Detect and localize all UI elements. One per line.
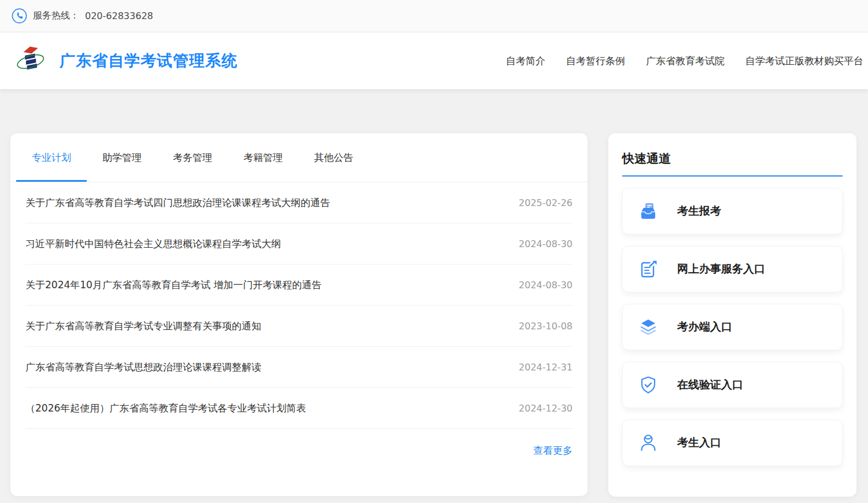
announcement-row: 广东省高等教育自学考试思想政治理论课课程调整解读 2024-12-31 xyxy=(25,347,572,388)
announcement-link[interactable]: 关于2024年10月广东省高等教育自学考试 增加一门开考课程的通告 xyxy=(25,278,322,292)
layers-icon xyxy=(639,318,658,336)
quick-link-candidate-registration[interactable]: 考生报考 xyxy=(622,188,843,234)
hotline-number: 020-62833628 xyxy=(85,10,153,21)
quick-link-candidate-portal[interactable]: 考生入口 xyxy=(622,420,843,466)
announcement-list: 关于广东省高等教育自学考试四门思想政治理论课课程考试大纲的通告 2025-02-… xyxy=(10,182,588,429)
view-more-link[interactable]: 查看更多 xyxy=(533,444,572,457)
nav-link-textbook-platform[interactable]: 自学考试正版教材购买平台 xyxy=(745,54,863,68)
announcement-link[interactable]: 关于广东省高等教育自学考试专业调整有关事项的通知 xyxy=(25,320,261,333)
inbox-icon xyxy=(639,202,658,221)
announcement-link[interactable]: 关于广东省高等教育自学考试四门思想政治理论课课程考试大纲的通告 xyxy=(25,196,330,210)
announcement-link[interactable]: 习近平新时代中国特色社会主义思想概论课程自学考试大纲 xyxy=(25,237,281,251)
hotline-label: 服务热线： xyxy=(33,10,79,22)
document-edit-icon xyxy=(639,260,658,278)
quick-link-label: 考生入口 xyxy=(677,435,721,450)
tab-exam-affairs[interactable]: 考务管理 xyxy=(157,133,228,182)
user-icon xyxy=(639,434,658,452)
announcement-date: 2025-02-26 xyxy=(519,197,572,208)
quick-link-online-services[interactable]: 网上办事服务入口 xyxy=(622,246,843,292)
announcement-row: （2026年起使用）广东省高等教育自学考试各专业考试计划简表 2024-12-3… xyxy=(25,388,572,429)
quick-link-label: 在线验证入口 xyxy=(677,377,743,392)
site-title: 广东省自学考试管理系统 xyxy=(60,50,238,71)
topbar: 服务热线： 020-62833628 xyxy=(0,0,868,32)
announcement-row: 关于2024年10月广东省高等教育自学考试 增加一门开考课程的通告 2024-0… xyxy=(25,265,572,306)
nav-link-intro[interactable]: 自考简介 xyxy=(506,54,545,68)
tab-exam-records[interactable]: 考籍管理 xyxy=(228,133,298,182)
more-row: 查看更多 xyxy=(10,429,588,457)
announcement-date: 2023-10-08 xyxy=(519,321,572,332)
tab-major-plan[interactable]: 专业计划 xyxy=(16,133,87,182)
announcement-row: 习近平新时代中国特色社会主义思想概论课程自学考试大纲 2024-08-30 xyxy=(25,223,572,265)
tab-study-aid[interactable]: 助学管理 xyxy=(87,133,157,182)
announcement-link[interactable]: 广东省高等教育自学考试思想政治理论课课程调整解读 xyxy=(25,361,261,374)
quick-channel-card: 快速通道 考生报考 网上办事服务入口 xyxy=(608,133,856,497)
tab-other-notices[interactable]: 其他公告 xyxy=(298,133,369,182)
quick-link-label: 网上办事服务入口 xyxy=(677,262,765,277)
announcement-row: 关于广东省高等教育自学考试四门思想政治理论课课程考试大纲的通告 2025-02-… xyxy=(25,182,572,223)
quick-channel-title: 快速通道 xyxy=(622,133,843,177)
announcement-tabs: 专业计划 助学管理 考务管理 考籍管理 其他公告 xyxy=(10,133,588,182)
nav-link-regulations[interactable]: 自考暂行条例 xyxy=(566,54,625,68)
header-nav: 自考简介 自考暂行条例 广东省教育考试院 自学考试正版教材购买平台 xyxy=(506,32,863,89)
quick-link-label: 考生报考 xyxy=(677,204,721,219)
phone-icon xyxy=(12,8,27,24)
announcement-row: 关于广东省高等教育自学考试专业调整有关事项的通知 2023-10-08 xyxy=(25,306,572,347)
quick-link-label: 考办端入口 xyxy=(677,320,732,335)
announcement-date: 2024-12-31 xyxy=(519,362,572,373)
nav-link-gd-exam-authority[interactable]: 广东省教育考试院 xyxy=(646,54,725,68)
header: 广东省自学考试管理系统 自考简介 自考暂行条例 广东省教育考试院 自学考试正版教… xyxy=(0,32,868,89)
announcement-date: 2024-08-30 xyxy=(519,280,572,291)
announcement-date: 2024-12-30 xyxy=(519,403,572,414)
shield-check-icon xyxy=(639,376,658,394)
quick-link-exam-office-portal[interactable]: 考办端入口 xyxy=(622,304,843,350)
site-logo xyxy=(14,43,45,78)
announcement-link[interactable]: （2026年起使用）广东省高等教育自学考试各专业考试计划简表 xyxy=(25,402,306,415)
announcement-date: 2024-08-30 xyxy=(519,238,572,249)
announcements-card: 专业计划 助学管理 考务管理 考籍管理 其他公告 关于广东省高等教育自学考试四门… xyxy=(10,133,588,496)
quick-link-online-verification[interactable]: 在线验证入口 xyxy=(622,362,843,408)
